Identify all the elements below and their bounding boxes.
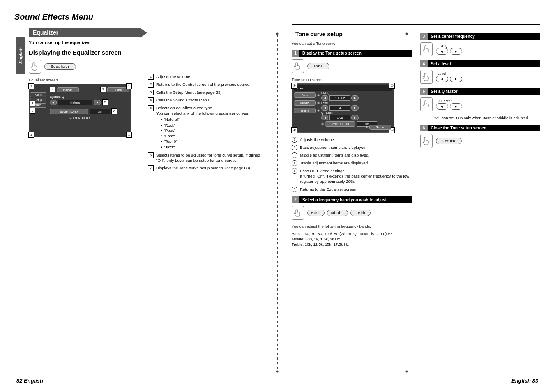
- equalizer-screen: 1 1 1 1 Audio Setup SRC 3 2 4 Menu4 7: [29, 84, 131, 137]
- tone-item-text: Bass DC Extend settings: [300, 168, 412, 173]
- eq-bullet: "Top40": [161, 138, 263, 144]
- qfactor-note: You can set it up only when Bass or Midd…: [434, 115, 541, 120]
- eq-item-num: 3: [148, 90, 154, 95]
- section-equalizer: Equalizer: [29, 28, 140, 37]
- step-4: 4 Set a level: [420, 60, 541, 67]
- step-6-title: Close the Tone setup screen: [428, 125, 541, 131]
- tcall-1a: ①: [291, 83, 297, 89]
- title-rule-right: [292, 24, 540, 25]
- title-rule: [14, 23, 263, 23]
- page-number-right: English 83: [511, 378, 538, 384]
- return-pill[interactable]: Return: [436, 138, 462, 144]
- freq-label: FREQ: [438, 44, 462, 48]
- page-title: Sound Effects Menu: [14, 12, 263, 22]
- step-5-num: 5: [420, 88, 428, 95]
- tone-curve-title: Tone curve setup: [295, 31, 408, 37]
- eq-item-6: 6Selects items to be adjusted for tone c…: [148, 152, 263, 163]
- tcall-1b: ①: [389, 83, 395, 89]
- eq-item-text: Adjusts the volume.: [156, 74, 263, 79]
- menu4-btn: Menu4: [57, 87, 79, 92]
- tone-item-extra: If turned "On", it extends the bass cent…: [300, 173, 412, 184]
- eq-item-2: 2Returns to the Control screen of the pr…: [148, 82, 263, 88]
- eq-bullet: "Rock": [161, 122, 263, 128]
- freq-lbl: FREQ: [321, 92, 392, 95]
- eq-item-num: 7: [148, 165, 154, 171]
- eq-item-3: 3Calls the Setup Menu. (see page 59): [148, 90, 263, 95]
- tone-item-4: 4Treble adjustment items are displayed.: [292, 160, 412, 166]
- sysq-right: ►: [94, 100, 101, 105]
- step-6-num: 6: [420, 125, 428, 131]
- tone-item-num: 5: [292, 168, 297, 174]
- eq-item-7: 7Displays the Tone curve setup screen. (…: [148, 165, 263, 171]
- equalizer-pill[interactable]: Equalizer: [44, 63, 76, 70]
- sysq-left: ◄: [50, 100, 57, 105]
- callout-2: 2: [30, 108, 35, 114]
- bass-tab: Bass: [294, 92, 316, 98]
- level-left-btn[interactable]: ◄: [436, 76, 448, 82]
- callout-3: 3: [30, 101, 35, 106]
- eq-screen-caption: Equalizer screen: [29, 78, 140, 82]
- eq-item-num: 1: [148, 74, 154, 80]
- tone-item-num: 2: [292, 145, 297, 150]
- eq-item-text: Displays the Tone curve setup screen. (s…: [156, 165, 263, 171]
- equalizer-intro: You can set up the equalizer.: [29, 40, 140, 45]
- eq-bullet: "Pops": [161, 128, 263, 133]
- step-1: 1 Display the Tone setup screen: [292, 50, 412, 57]
- tone-item-num: 3: [292, 152, 297, 158]
- eq-screen-footer: Equalizer: [31, 116, 129, 120]
- tone-item-5: 5Bass DC Extend settingsIf turned "On", …: [292, 168, 412, 184]
- callout-7: 7: [100, 87, 106, 92]
- freq-right-btn[interactable]: ►: [450, 48, 462, 55]
- tone-pill[interactable]: Tone: [307, 63, 329, 69]
- callout-1c: 1: [28, 132, 34, 138]
- tone-item-num: 1: [292, 137, 297, 143]
- tone-item-num: 4: [292, 160, 297, 166]
- callout-1a: 1: [28, 83, 34, 89]
- middle-pill[interactable]: Middle: [327, 210, 348, 216]
- eq-item-num: 2: [148, 82, 154, 88]
- step-3-num: 3: [420, 33, 428, 40]
- eq-item-bullets: "Natural""Rock""Pops""Easy""Top40""Jazz": [161, 117, 263, 149]
- level-lbl: Level: [321, 101, 392, 104]
- q-right-btn[interactable]: ►: [450, 103, 462, 110]
- step-2: 2 Select a frequency band you wish to ad…: [292, 196, 412, 203]
- eq-item-num: 6: [148, 152, 154, 158]
- middle-tab: Middle: [294, 100, 316, 106]
- sysq-value: Natural: [58, 100, 92, 105]
- tone-hdr: Tone: [294, 85, 392, 91]
- step-2-title: Select a frequency band you wish to adju…: [299, 196, 412, 203]
- touch-icon: [29, 60, 41, 74]
- eq-item-1: 1Adjusts the volume.: [148, 74, 263, 80]
- step-3: 3 Set a center frequency: [420, 33, 541, 40]
- callout-4: 4: [50, 87, 55, 92]
- tcall-1c: ①: [291, 127, 297, 133]
- level-right-btn[interactable]: ►: [450, 76, 462, 82]
- level-val: 3: [329, 105, 350, 111]
- touch-icon: [420, 42, 433, 56]
- eq-item-text: Calls the Setup Menu. (see page 59): [156, 90, 263, 95]
- eq-bullet: "Natural": [161, 117, 263, 122]
- callout-6: 6: [111, 108, 117, 114]
- step-5: 5 Set a Q factor: [420, 88, 541, 95]
- q-val: 1.00: [329, 115, 350, 120]
- tone-intro: You can set a Tone curve.: [292, 41, 412, 46]
- freq-note-intro: You can adjust the following frequency b…: [292, 224, 412, 228]
- callout-5: 5: [102, 99, 108, 105]
- sysqex-label: System Q-Ex: [50, 109, 88, 114]
- tone-item-1: 1Adjusts the volume.: [292, 137, 412, 143]
- dc-lbl: Bass DC EXT: [325, 121, 355, 127]
- tone-item-text: Returns to the Equalizer screen.: [300, 187, 412, 192]
- eq-item-extra: You can select any of the following equa…: [156, 111, 263, 116]
- step-2-num: 2: [292, 196, 299, 203]
- treble-pill[interactable]: Treble: [350, 210, 371, 216]
- freq-left-btn[interactable]: ◄: [436, 48, 448, 55]
- q-left-btn[interactable]: ◄: [436, 103, 448, 110]
- tone-item-text: Bass adjustment items are displayed.: [300, 145, 412, 150]
- freq-treble: Treble: 10k, 12.5k, 15k, 17.5k Hz: [292, 242, 412, 247]
- callout-1b: 1: [126, 83, 132, 89]
- tone-screen: ① ① ① ① Tone Bass② Middle③ Treble④ FREQ …: [292, 83, 394, 133]
- tone-item-text: Adjusts the volume.: [300, 137, 412, 142]
- step-3-title: Set a center frequency: [428, 33, 541, 40]
- page-number-left: 82 English: [16, 378, 43, 384]
- bass-pill[interactable]: Bass: [307, 210, 325, 216]
